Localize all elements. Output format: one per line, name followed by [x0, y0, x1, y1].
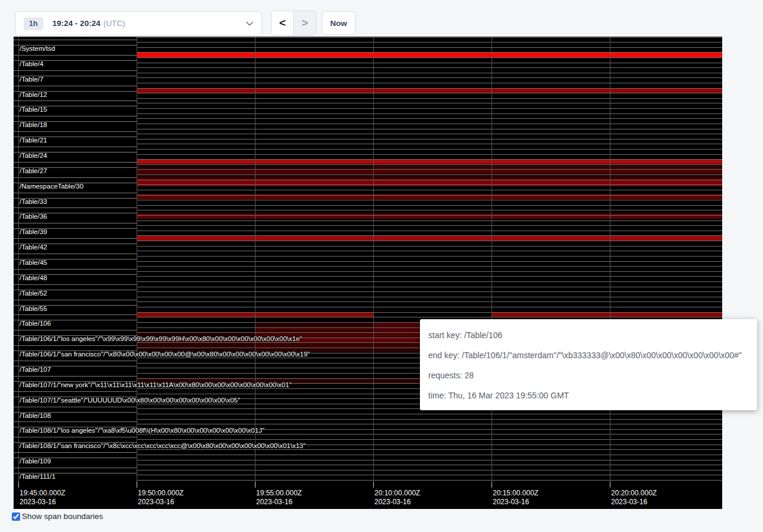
heatmap-band-segment[interactable] — [255, 322, 373, 327]
key-span-label: /Table/24 — [20, 152, 47, 160]
span-boundary-line — [137, 124, 722, 124]
key-span-label: /Table/4 — [20, 60, 43, 68]
time-gridline — [137, 37, 137, 488]
span-boundary-line — [137, 77, 722, 78]
span-boundary-line — [137, 307, 722, 307]
time-gridline — [18, 37, 19, 488]
span-boundary-line — [137, 73, 722, 73]
duration-badge: 1h — [24, 17, 43, 30]
span-boundary-line — [137, 419, 722, 420]
span-boundary-line — [137, 266, 722, 267]
footer-controls: Show span boundaries — [12, 512, 103, 521]
span-boundary-line — [137, 256, 722, 257]
span-boundary-line — [137, 231, 722, 231]
key-span-label: /Table/52 — [20, 290, 47, 297]
time-tick-mark — [18, 482, 19, 488]
span-boundary-line — [137, 210, 722, 210]
span-boundary-line-left — [14, 100, 137, 101]
key-span-label: /Table/111/1 — [20, 473, 56, 481]
key-span-label: /NamespaceTable/30 — [20, 183, 83, 190]
span-boundary-line — [137, 414, 722, 414]
time-tick-date: 2023-03-16 — [611, 498, 657, 507]
span-boundary-line — [137, 261, 722, 262]
key-span-label: /Table/48 — [20, 274, 47, 282]
span-boundary-line — [137, 93, 722, 93]
span-boundary-line-left — [14, 376, 137, 377]
time-range-text: 19:24 - 20:24 — [53, 19, 101, 28]
span-boundary-line-left — [14, 314, 137, 315]
span-tooltip: start key: /Table/106 end key: /Table/10… — [420, 319, 757, 410]
span-boundary-line — [137, 225, 722, 226]
now-button[interactable]: Now — [322, 11, 355, 35]
span-boundary-line — [137, 465, 722, 465]
span-boundary-line-left — [14, 345, 137, 346]
time-tick-mark — [610, 482, 610, 488]
time-tick-date: 2023-03-16 — [256, 498, 302, 507]
key-span-label: /Table/55 — [20, 305, 47, 313]
span-boundary-line — [137, 455, 722, 455]
key-span-label: /Table/36 — [20, 213, 47, 220]
span-boundary-line — [137, 460, 722, 460]
time-tick-time: 19:55:00.000Z — [256, 489, 302, 498]
time-tick-time: 20:15:00.000Z — [493, 489, 538, 498]
key-span-label: /Table/108 — [20, 412, 51, 420]
span-boundary-line — [137, 276, 722, 277]
span-boundary-line — [137, 144, 722, 144]
key-span-label: /Table/45 — [20, 259, 47, 267]
span-boundary-line — [137, 134, 722, 134]
key-span-label: /Table/33 — [20, 198, 47, 206]
time-tick-time: 20:20:00.000Z — [611, 489, 657, 498]
span-boundary-line — [137, 475, 722, 475]
heatmap-band-segment[interactable] — [137, 213, 722, 219]
span-boundary-line — [137, 287, 722, 287]
span-boundary-line — [137, 251, 722, 251]
time-tick-mark — [373, 482, 374, 488]
time-nav-button-group: < > — [271, 11, 316, 35]
span-boundary-line — [137, 215, 722, 216]
span-boundary-line-left — [14, 452, 137, 453]
span-boundary-line — [137, 291, 722, 292]
span-boundary-line — [137, 52, 722, 53]
span-boundary-line — [137, 57, 722, 58]
span-boundary-line — [137, 184, 722, 185]
span-boundary-line-left — [14, 55, 137, 56]
span-boundary-line — [137, 190, 722, 190]
next-interval-button[interactable]: > — [294, 11, 316, 35]
time-tick-mark — [492, 482, 492, 488]
time-range-dropdown[interactable]: 1h 19:24 - 20:24 (UTC) — [15, 11, 262, 35]
span-boundary-line-left — [14, 391, 137, 392]
span-boundary-line-left — [14, 300, 137, 300]
time-tick-label: 20:10:00.000Z2023-03-16 — [374, 489, 420, 507]
span-boundary-line-left — [14, 40, 137, 40]
heatmap-band-segment[interactable] — [255, 327, 373, 332]
span-boundary-line — [137, 169, 722, 170]
span-boundary-line — [137, 241, 722, 241]
span-boundary-line — [137, 42, 722, 43]
show-span-boundaries-checkbox[interactable] — [12, 512, 20, 521]
span-boundary-line — [137, 235, 722, 236]
span-boundary-line-left — [14, 407, 137, 407]
span-boundary-line — [137, 312, 722, 313]
key-span-label: /Table/21 — [20, 137, 47, 144]
heatmap-band-segment[interactable] — [137, 235, 722, 241]
span-boundary-line — [137, 83, 722, 83]
heatmap-band-segment[interactable] — [137, 342, 255, 348]
span-boundary-line — [137, 108, 722, 109]
previous-interval-button[interactable]: < — [271, 11, 293, 35]
span-boundary-line-left — [14, 193, 137, 193]
time-gridline — [492, 37, 492, 488]
span-boundary-line — [137, 149, 722, 150]
heatmap-band-segment[interactable] — [137, 88, 722, 93]
span-boundary-line — [137, 220, 722, 221]
span-boundary-line-left — [14, 254, 137, 254]
key-visualizer-heatmap[interactable]: /System/tsd/Table/4/Table/7/Table/12/Tab… — [14, 37, 722, 509]
key-span-label: /Table/106 — [20, 320, 51, 327]
time-tick-time: 19:45:00.000Z — [20, 489, 65, 498]
time-tick-label: 19:45:00.000Z2023-03-16 — [20, 489, 65, 507]
heatmap-band-segment[interactable] — [492, 312, 722, 317]
span-boundary-line-left — [14, 177, 137, 178]
span-boundary-line — [137, 63, 722, 63]
span-boundary-line — [137, 164, 722, 165]
span-boundary-line-left — [14, 86, 137, 86]
tooltip-requests: requests: 28 — [428, 365, 749, 385]
